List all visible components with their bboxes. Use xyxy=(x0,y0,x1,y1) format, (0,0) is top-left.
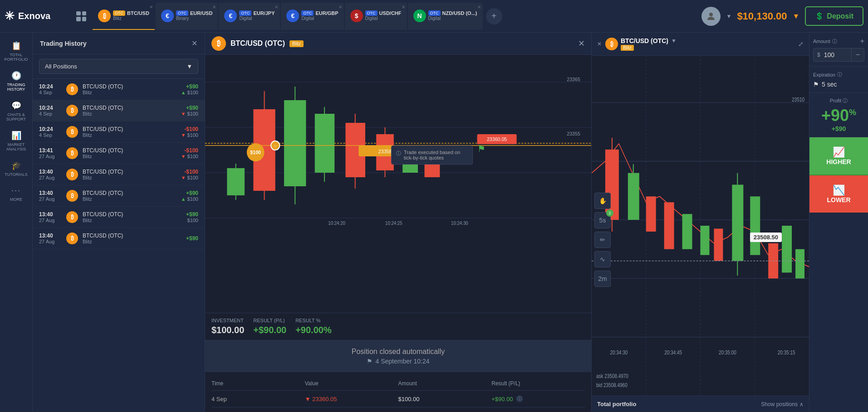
tab-info: OTC EUR/USD Binary xyxy=(176,10,213,21)
history-info: BTC/USD (OTC) Blitz xyxy=(83,169,177,180)
balance-display: $10,130.00 xyxy=(737,10,787,22)
history-info: BTC/USD (OTC) Blitz xyxy=(83,190,177,202)
item-date: 4 Sep xyxy=(39,111,62,116)
tab-eurgbp[interactable]: ✕ € OTC EUR/GBP Digital xyxy=(281,3,343,30)
grid-view-icon[interactable] xyxy=(76,11,86,21)
right-panel-bottom: Total portfolio Show positions ∧ xyxy=(592,396,809,412)
sidebar-item-portfolio[interactable]: 📋 TOTALPORTFOLIO xyxy=(0,37,32,65)
col-time: Time xyxy=(211,380,305,387)
sidebar-item-chats[interactable]: 💬 CHATS &SUPPORT xyxy=(0,97,32,125)
history-pair: BTC/USD (OTC) xyxy=(83,126,177,132)
svg-rect-17 xyxy=(315,114,335,173)
sidebar-item-history[interactable]: 🕐 TRADINGHISTORY xyxy=(0,67,32,95)
result-pl-label: RESULT (P/L) xyxy=(253,318,286,323)
transaction-row: 4 Sep ▼ 23360.05 $100.00 +$90.00 ⓘ xyxy=(211,391,585,407)
tooltip-text: Trade executed based on tick-by-tick quo… xyxy=(404,150,468,160)
amount-plus-icon[interactable]: + xyxy=(860,37,864,45)
add-tab-button[interactable]: + xyxy=(486,8,502,24)
history-item[interactable]: 13:40 27 Aug ₿ BTC/USD (OTC) Blitz +$90 … xyxy=(33,185,205,207)
higher-button[interactable]: 📈 HIGHER xyxy=(809,137,868,175)
draw-tool-button[interactable]: ✏ xyxy=(594,232,611,248)
tab-close-icon[interactable]: ✕ xyxy=(402,5,405,10)
hand-tool-button[interactable]: ✋ xyxy=(594,193,611,209)
result-value: +$90 xyxy=(186,235,198,242)
history-result: -$100 ▼$100 xyxy=(181,147,198,159)
item-time: 13:40 xyxy=(39,233,62,239)
history-info: BTC/USD (OTC) Blitz xyxy=(83,233,181,244)
tab-close-icon[interactable]: ✕ xyxy=(275,5,278,10)
tab-btcusd[interactable]: ✕ ₿ OTC BTC/USD Blitz xyxy=(93,3,155,30)
chart-tools: ✋ 2 5s ✏ ∿ 2m xyxy=(593,192,612,288)
tutorials-icon: 🎓 xyxy=(11,160,21,170)
history-time: 13:40 27 Aug xyxy=(39,211,62,223)
result-amount: ▼$100 xyxy=(181,154,198,159)
tab-info: OTC NZD/USD (O...) Digital xyxy=(428,10,477,21)
filter-dropdown[interactable]: All Positions ▼ xyxy=(39,59,198,74)
transactions-header: Time Value Amount Result (P/L) xyxy=(211,377,585,391)
history-item[interactable]: 10:24 4 Sep ₿ BTC/USD (OTC) Blitz +$90 ▼… xyxy=(33,100,205,121)
history-item[interactable]: 13:40 27 Aug ₿ BTC/USD (OTC) Blitz +$90 xyxy=(33,228,205,249)
expiry-label: Expiration xyxy=(813,72,835,78)
tab-pair: USD/CHF xyxy=(379,10,402,16)
sidebar-label-history: TRADINGHISTORY xyxy=(7,82,25,92)
tab-eurusd[interactable]: ✕ € OTC EUR/USD Binary xyxy=(156,3,218,30)
sidebar-item-tutorials[interactable]: 🎓 TUTORIALS xyxy=(0,157,32,180)
sidebar-item-more[interactable]: ··· MORE xyxy=(0,182,32,205)
tab-usdchf[interactable]: ✕ $ OTC USD/CHF Digital xyxy=(345,3,407,30)
expand-icon[interactable]: ⤢ xyxy=(798,40,804,48)
svg-text:23510: 23510 xyxy=(792,97,804,102)
amount-input[interactable]: 100 xyxy=(820,48,851,61)
tab-close-icon[interactable]: ✕ xyxy=(477,5,481,10)
chevron-down-icon: ▼ xyxy=(726,13,731,19)
show-positions-button[interactable]: Show positions ∧ xyxy=(761,401,804,407)
result-amount: ▲$100 xyxy=(181,218,198,223)
lower-button[interactable]: 📉 LOWER xyxy=(809,175,868,213)
history-item[interactable]: 10:24 4 Sep ₿ BTC/USD (OTC) Blitz +$90 ▲… xyxy=(33,79,205,100)
expiry-section: Expiration ⓘ ⚑ 5 sec xyxy=(809,67,868,93)
history-item[interactable]: 13:40 27 Aug ₿ BTC/USD (OTC) Blitz +$90 … xyxy=(33,207,205,228)
profit-help-icon: ⓘ xyxy=(843,98,848,103)
interval-2m-button[interactable]: 2m xyxy=(594,271,611,287)
lower-label: LOWER xyxy=(813,196,864,204)
result-amount: ▼$100 xyxy=(181,111,198,116)
tab-info: OTC EUR/JPY Digital xyxy=(239,10,275,21)
tab-type: Binary xyxy=(176,16,213,21)
svg-rect-63 xyxy=(782,226,792,272)
right-panel-close-button[interactable]: ✕ xyxy=(597,41,602,47)
history-item[interactable]: 10:24 4 Sep ₿ BTC/USD (OTC) Blitz -$100 … xyxy=(33,121,205,143)
wave-tool-button[interactable]: ∿ xyxy=(594,251,611,267)
svg-text:ask 23508.4970: ask 23508.4970 xyxy=(596,373,628,379)
item-time: 13:40 xyxy=(39,169,62,175)
item-date: 4 Sep xyxy=(39,90,62,95)
logo-text: Exnova xyxy=(18,11,50,21)
stats-row: INVESTMENT $100.00 RESULT (P/L) +$90.00 … xyxy=(205,313,591,340)
deposit-button[interactable]: 💲 Deposit xyxy=(805,6,863,26)
expiry-value-row[interactable]: ⚑ 5 sec xyxy=(813,81,864,88)
main-area: 📋 TOTALPORTFOLIO 🕐 TRADINGHISTORY 💬 CHAT… xyxy=(0,33,868,412)
expiry-help-icon: ⓘ xyxy=(837,71,842,78)
chart-close-button[interactable]: ✕ xyxy=(578,39,585,48)
result-amount: ▼$100 xyxy=(181,175,198,180)
tab-close-icon[interactable]: ✕ xyxy=(149,5,153,10)
profit-amount: +$90 xyxy=(813,125,864,132)
info-circle-icon[interactable]: ⓘ xyxy=(516,395,523,402)
col-value: Value xyxy=(305,380,398,387)
amount-help-icon: ⓘ xyxy=(832,38,837,45)
tab-nzdusd[interactable]: ✕ N OTC NZD/USD (O...) Digital xyxy=(408,3,483,30)
tab-eurjpy[interactable]: ✕ € OTC EUR/JPY Digital xyxy=(219,3,280,30)
tab-close-icon[interactable]: ✕ xyxy=(212,5,216,10)
svg-text:10:24:25: 10:24:25 xyxy=(385,221,402,226)
svg-text:20:35:15: 20:35:15 xyxy=(778,349,795,355)
tab-info: OTC BTC/USD Blitz xyxy=(113,10,149,21)
history-close-button[interactable]: ✕ xyxy=(191,39,197,48)
sidebar-item-analysis[interactable]: 📊 MARKETANALYSIS xyxy=(0,127,32,155)
history-item[interactable]: 13:41 27 Aug ₿ BTC/USD (OTC) Blitz -$100… xyxy=(33,143,205,164)
trans-result-value: +$90.00 xyxy=(491,396,513,402)
user-avatar[interactable] xyxy=(701,7,721,26)
investment-value: $100.00 xyxy=(211,325,244,335)
svg-text:○: ○ xyxy=(274,144,276,148)
amount-minus-button[interactable]: − xyxy=(851,48,864,61)
tab-close-icon[interactable]: ✕ xyxy=(338,5,342,10)
history-info: BTC/USD (OTC) Blitz xyxy=(83,211,177,223)
history-item[interactable]: 13:40 27 Aug ₿ BTC/USD (OTC) Blitz -$100… xyxy=(33,164,205,185)
